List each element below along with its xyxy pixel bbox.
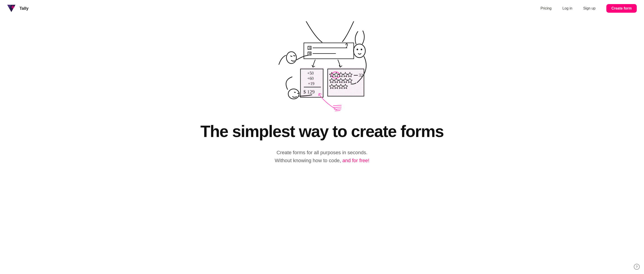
help-button[interactable]: ? [633,263,641,271]
math-line-2: +60 [307,76,314,81]
math-line-1: +50 [307,71,314,76]
create-form-button[interactable]: Create form [606,4,637,13]
help-icon: ? [636,265,638,268]
nav-login[interactable]: Log in [562,6,572,10]
hero-subtitle: Create forms for all purposes in seconds… [274,148,369,164]
svg-point-20 [357,49,358,50]
logo-icon[interactable] [7,5,16,12]
site-header: Tally Pricing Log in Sign up Create form [0,0,644,17]
math-total: $ 129 [304,89,315,94]
option-a-label: A [309,47,311,49]
header-nav: Pricing Log in Sign up Create form [540,4,637,13]
option-b-label: B [309,52,311,55]
hero-title: The simplest way to create forms [200,122,444,140]
math-line-3: +19 [308,82,314,86]
svg-point-17 [286,52,296,64]
hero-section: A B +50 +60 +19 $ 129 [0,17,644,174]
hero-sub-line2-prefix: Without knowing how to code, [274,158,342,163]
svg-point-21 [361,49,362,50]
hero-sub-line1: Create forms for all purposes in seconds… [276,150,367,155]
brand-name[interactable]: Tally [20,6,28,11]
nav-signup[interactable]: Sign up [583,6,596,10]
svg-point-19 [354,44,365,58]
header-left: Tally [7,5,28,12]
svg-point-11 [346,47,347,48]
nav-pricing[interactable]: Pricing [540,6,552,10]
hero-illustration: A B +50 +60 +19 $ 129 [270,21,374,114]
hero-sub-line2-emphasis: and for free! [342,158,370,163]
